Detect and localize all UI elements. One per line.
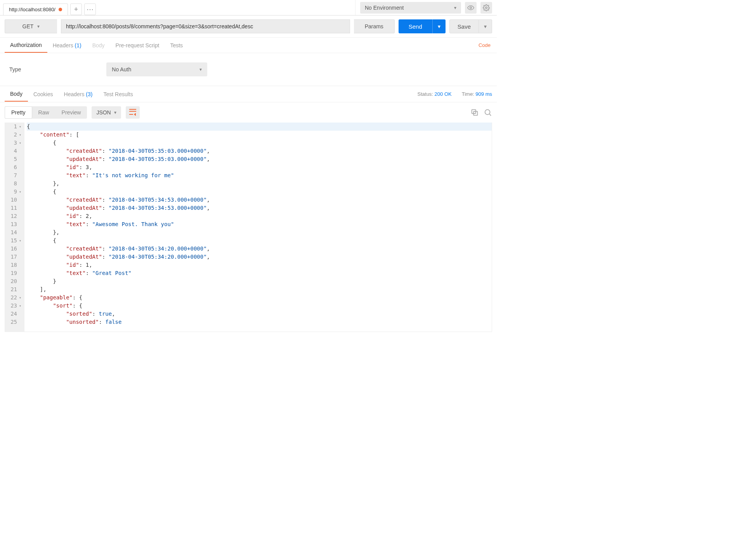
authorization-panel: Type No Auth ▾ [0,53,497,86]
environment-label: No Environment [365,5,404,11]
status-value: 200 OK [435,91,452,97]
send-label: Send [409,23,422,30]
chevron-down-icon: ▾ [114,110,116,115]
tab-body[interactable]: Body [87,38,110,52]
svg-line-5 [489,114,491,116]
topbar: http://localhost:8080/ + ⋯ No Environmen… [0,0,497,16]
gear-icon [483,4,490,11]
chevron-down-icon: ▾ [199,67,202,72]
request-tab[interactable]: http://localhost:8080/ [3,3,68,15]
save-group: Save ▾ [449,19,492,33]
tab-count: (3) [86,91,92,97]
request-row: GET ▾ Params Send ▾ Save ▾ [0,16,497,38]
resp-tab-body[interactable]: Body [5,87,28,102]
status-block: Status: 200 OK Time: 909 ms [418,91,492,97]
unsaved-dot-icon [59,8,62,11]
chevron-down-icon: ▾ [484,23,487,29]
code-link-label: Code [479,42,491,48]
line-gutter: 1▾2▾3▾456789▾101112131415▾16171819202122… [5,123,24,332]
body-toolbar: Pretty Raw Preview JSON ▾ [0,102,497,123]
status-label: Status: [418,91,433,97]
method-url-group: GET ▾ [5,19,57,33]
params-button[interactable]: Params [354,19,395,33]
send-button[interactable]: Send [399,19,432,33]
response-tabs: Body Cookies Headers (3) Test Results St… [0,86,497,102]
resp-tab-cookies[interactable]: Cookies [28,87,59,101]
search-icon[interactable] [484,108,492,117]
view-raw[interactable]: Raw [32,106,55,119]
tab-label: Headers [53,42,73,48]
tab-title: http://localhost:8080/ [9,7,55,12]
tab-label: Test Results [103,91,133,97]
svg-point-4 [485,110,490,115]
svg-point-0 [470,7,472,9]
format-label: JSON [96,109,111,116]
method-select[interactable]: GET ▾ [5,19,57,33]
auth-type-select[interactable]: No Auth ▾ [106,62,207,76]
tab-count: (1) [75,42,81,48]
tab-label: Tests [170,42,183,48]
send-group: Send ▾ [399,19,446,33]
new-tab-button[interactable]: + [70,3,82,15]
response-body: 1▾2▾3▾456789▾101112131415▾16171819202122… [5,123,492,332]
wrap-icon [129,109,136,116]
view-pretty[interactable]: Pretty [5,106,32,119]
time-label: Time: [462,91,474,97]
tab-headers[interactable]: Headers (1) [47,38,87,52]
wrap-toggle[interactable] [126,106,140,119]
resp-tab-headers[interactable]: Headers (3) [59,87,98,101]
url-input[interactable] [61,19,350,33]
svg-point-1 [486,7,487,9]
send-dropdown[interactable]: ▾ [432,19,446,33]
save-dropdown[interactable]: ▾ [479,19,492,33]
chevron-down-icon: ▾ [454,5,456,10]
environment-quicklook-button[interactable] [465,2,477,14]
tab-label: Headers [64,91,85,97]
time-value: 909 ms [475,91,492,97]
tab-tests[interactable]: Tests [165,38,188,52]
plus-icon: + [74,5,78,14]
pill-label: Preview [62,109,81,116]
chevron-down-icon: ▾ [37,24,40,29]
tab-strip: http://localhost:8080/ + ⋯ [0,0,355,15]
tab-label: Body [92,42,105,48]
code-link[interactable]: Code [479,42,492,48]
copy-icon[interactable] [470,108,479,117]
chevron-down-icon: ▾ [438,23,440,29]
view-mode-group: Pretty Raw Preview [5,106,87,119]
auth-type-label: Type [9,66,21,73]
view-preview[interactable]: Preview [55,106,87,119]
pill-label: Pretty [11,109,26,116]
method-label: GET [23,23,34,29]
code-view[interactable]: { "content": [ { "createdAt": "2018-04-3… [24,123,492,332]
params-label: Params [365,23,383,29]
tab-overflow-button[interactable]: ⋯ [84,3,96,15]
tab-label: Body [10,91,23,97]
eye-icon [467,4,474,11]
save-label: Save [458,23,471,30]
format-select[interactable]: JSON ▾ [92,106,121,119]
resp-tab-test-results[interactable]: Test Results [98,87,138,101]
save-button[interactable]: Save [449,19,479,33]
dots-icon: ⋯ [87,5,94,14]
environment-area: No Environment ▾ [355,0,497,15]
pill-label: Raw [38,109,49,116]
tab-prerequest[interactable]: Pre-request Script [110,38,165,52]
tab-label: Cookies [33,91,53,97]
tab-authorization[interactable]: Authorization [5,38,47,53]
tab-label: Authorization [10,42,42,48]
auth-type-value: No Auth [112,66,131,73]
tab-label: Pre-request Script [116,42,160,48]
environment-select[interactable]: No Environment ▾ [360,2,461,14]
request-tabs: Authorization Headers (1) Body Pre-reque… [0,38,497,53]
settings-button[interactable] [480,2,492,14]
